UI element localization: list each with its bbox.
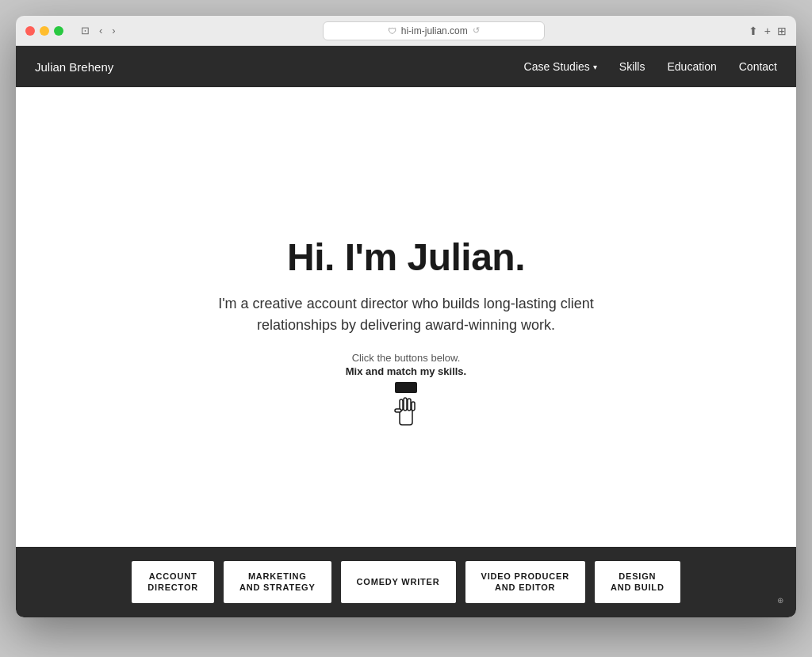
- nav-case-studies[interactable]: Case Studies ▾: [524, 60, 597, 73]
- forward-button[interactable]: ›: [109, 23, 118, 38]
- maximize-button[interactable]: [54, 26, 63, 36]
- share-icon[interactable]: ⬆: [749, 25, 758, 37]
- skill-comedy-writer[interactable]: COMEDY WRITER: [341, 561, 456, 603]
- url-text: hi-im-julian.com: [401, 25, 468, 36]
- skill-design-build[interactable]: DESIGNAND BUILD: [595, 561, 680, 603]
- skill-account-director[interactable]: ACCOUNTDIRECTOR: [132, 561, 214, 603]
- cta-line1: Click the buttons below.: [352, 352, 461, 364]
- nav-contact[interactable]: Contact: [739, 60, 777, 73]
- reload-icon[interactable]: ↺: [473, 25, 480, 36]
- nav-links: Case Studies ▾ Skills Education Contact: [524, 60, 777, 73]
- hand-svg: [390, 392, 422, 431]
- cta-line2: Mix and match my skills.: [346, 365, 466, 377]
- close-button[interactable]: [25, 26, 35, 36]
- svg-rect-5: [395, 409, 401, 412]
- back-button[interactable]: ‹: [96, 23, 105, 38]
- sidebar-icon[interactable]: ⊡: [78, 23, 93, 38]
- skill-video-producer[interactable]: VIDEO PRODUCERAND EDITOR: [465, 561, 585, 603]
- window-controls: [25, 26, 63, 36]
- security-icon: 🛡: [388, 26, 396, 36]
- hero-title: Hi. I'm Julian.: [287, 235, 525, 279]
- skills-bar-wrapper: ACCOUNTDIRECTOR MARKETINGAND STRATEGY CO…: [16, 547, 796, 617]
- nav-controls: ⊡ ‹ ›: [78, 23, 119, 38]
- hero-subtitle: I'm a creative account director who buil…: [216, 293, 596, 336]
- grid-icon[interactable]: ⊞: [777, 25, 787, 37]
- hero-section: Hi. I'm Julian. I'm a creative account d…: [16, 87, 796, 547]
- nav-education[interactable]: Education: [667, 60, 716, 73]
- site-logo[interactable]: Julian Breheny: [35, 60, 113, 74]
- mac-titlebar: ⊡ ‹ › 🛡 hi-im-julian.com ↺ ⬆ + ⊞: [16, 16, 796, 46]
- address-bar[interactable]: 🛡 hi-im-julian.com ↺: [125, 21, 742, 40]
- url-field[interactable]: 🛡 hi-im-julian.com ↺: [323, 21, 545, 40]
- svg-rect-3: [408, 399, 411, 411]
- skills-bar: ACCOUNTDIRECTOR MARKETINGAND STRATEGY CO…: [16, 547, 796, 617]
- toolbar-right: ⬆ + ⊞: [749, 25, 787, 37]
- chevron-down-icon: ▾: [593, 63, 597, 71]
- site-nav: Julian Breheny Case Studies ▾ Skills Edu…: [16, 46, 796, 87]
- browser-window: ⊡ ‹ › 🛡 hi-im-julian.com ↺ ⬆ + ⊞ Julian …: [16, 16, 796, 617]
- svg-rect-2: [404, 398, 407, 411]
- nav-skills[interactable]: Skills: [619, 60, 645, 73]
- scroll-indicator: ⊕: [777, 596, 783, 605]
- website-content: Julian Breheny Case Studies ▾ Skills Edu…: [16, 46, 796, 617]
- new-tab-button[interactable]: +: [764, 25, 771, 37]
- skill-marketing-strategy[interactable]: MARKETINGAND STRATEGY: [224, 561, 331, 603]
- hand-pointer-icon: [390, 382, 422, 431]
- cta-section: Click the buttons below. Mix and match m…: [346, 336, 466, 431]
- minimize-button[interactable]: [40, 26, 49, 36]
- svg-rect-4: [412, 402, 415, 411]
